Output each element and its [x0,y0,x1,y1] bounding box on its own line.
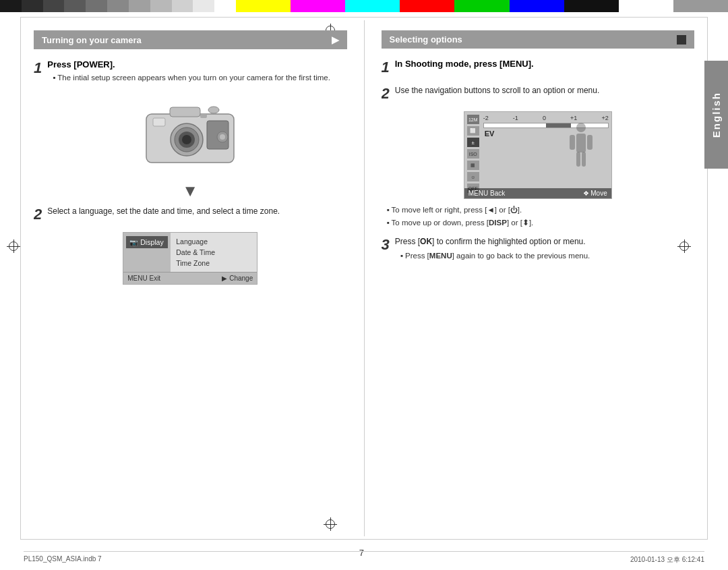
menu-footer-right: ▶ Change [222,275,253,282]
camera-menu-inner: 📷 Display Language Date & Time Time Zone [123,233,257,272]
menu-item-datetime: Date & Time [176,247,251,258]
camera-menu-active-item: 📷 Display [126,236,168,248]
right-header-square [677,35,686,45]
camera-menu-right: Language Date & Time Time Zone [171,233,257,272]
right-step2-text: Use the navigation buttons to scroll to … [395,85,694,96]
camera-menu-left: 📷 Display [123,233,171,272]
step1-bold: POWER [77,59,110,69]
right-section-header: Selecting options [382,30,695,49]
right-step2-content: Use the navigation buttons to scroll to … [395,85,694,99]
svg-point-4 [182,135,191,144]
step1-bullet: The intial setup screen appears when you… [53,72,346,83]
right-step1-bold: MENU [502,59,528,69]
svg-rect-14 [570,135,575,150]
ev-bullet-2: To move up or down, press [DISP] or [⬍]. [387,217,695,228]
svg-rect-6 [153,118,165,126]
step1-block: 1 Press [POWER]. The intial setup screen… [34,59,347,85]
right-step3-text: Press [OK] to confirm the highlighted op… [395,236,694,248]
bottom-left: PL150_QSM_ASIA.indb 7 [24,555,102,565]
bottom-bar: PL150_QSM_ASIA.indb 7 2010-01-13 오후 6:12… [24,551,704,565]
english-sidebar: English [704,61,728,169]
grayscale-bar [0,0,236,12]
down-arrow: ▼ [34,181,347,200]
ev-screen-inner: 12M ⬜ ± ISO ▦ ☺ OFF -2 -1 0 +1 +2 [464,112,611,198]
right-column: Selecting options 1 In Shooting mode, pr… [365,20,705,536]
ev-icon-5: ▦ [467,161,479,170]
svg-rect-11 [200,114,207,118]
camera-svg [136,95,244,169]
person-svg [564,122,598,176]
svg-rect-16 [576,152,580,167]
step1-content: Press [POWER]. The intial setup screen a… [47,59,346,85]
step1-number: 1 [34,61,42,76]
ev-icon-1: 12M [467,115,479,124]
right-step2-number: 2 [382,86,390,101]
camera-illustration [34,95,347,171]
svg-rect-17 [582,152,586,167]
ev-icons: 12M ⬜ ± ISO ▦ ☺ OFF [467,115,479,193]
ev-scale-p2: +2 [601,115,608,121]
svg-rect-13 [576,134,586,152]
svg-rect-15 [587,135,593,150]
bottom-right: 2010-01-13 오후 6:12:41 [630,555,704,565]
columns: Turning on your camera ▶ 1 Press [POWER]… [24,20,704,536]
ev-bottom-left: MENU Back [468,190,505,197]
ev-icon-4: ISO [467,149,479,159]
camera-menu-footer: MENU Exit ▶ Change [123,272,257,284]
step2-block: 2 Select a language, set the date and ti… [34,206,347,222]
menu-item-timezone: Time Zone [176,258,251,268]
step3-menu-bold: MENU [429,252,452,260]
right-step3-content: Press [OK] to confirm the highlighted op… [395,236,694,263]
color-bars-right [236,0,728,12]
right-step3-number: 3 [382,237,390,252]
ev-scale-p1: +1 [570,115,577,121]
right-section-title: Selecting options [390,34,462,45]
menu-footer-left: MENU Exit [127,275,160,282]
ev-screen: 12M ⬜ ± ISO ▦ ☺ OFF -2 -1 0 +1 +2 [464,111,612,199]
step3-ok: OK [420,237,432,246]
left-header-arrow: ▶ [332,34,339,45]
right-step1-block: 1 In Shooting mode, press [MENU]. [382,59,695,75]
svg-rect-5 [170,107,200,117]
camera-menu-display-label: Display [140,238,163,246]
camera-icon-small: 📷 [129,239,138,246]
ev-icon-3: ± [467,138,479,147]
step1-title: Press [POWER]. [47,59,346,69]
ev-person [564,122,598,176]
right-step1-title: In Shooting mode, press [MENU]. [395,59,694,69]
ev-scale-0: 0 [543,115,546,121]
reg-mark-left [7,239,20,253]
right-step1-number: 1 [382,60,390,75]
step2-text: Select a language, set the date and time… [47,206,346,217]
left-section-title: Turning on your camera [42,35,142,45]
ev-icon-2: ⬜ [467,126,479,136]
step2-content: Select a language, set the date and time… [47,206,346,220]
ev-bottom-bar: MENU Back ❖ Move [464,188,611,198]
ev-bottom-right: ❖ Move [583,190,607,197]
svg-point-12 [576,123,586,132]
camera-menu-screenshot: 📷 Display Language Date & Time Time Zone… [123,232,257,285]
ev-icon-6: ☺ [467,172,479,181]
right-step2-block: 2 Use the navigation buttons to scroll t… [382,85,695,101]
right-step3-block: 3 Press [OK] to confirm the highlighted … [382,236,695,263]
ev-bullet-1: To move left or right, press [◄] or [⏻]. [387,204,695,215]
left-column: Turning on your camera ▶ 1 Press [POWER]… [24,20,365,536]
ev-scale: -2 -1 0 +1 +2 [483,115,609,121]
step3-bullet: Press [MENU] again to go back to the pre… [400,250,694,261]
right-step1-content: In Shooting mode, press [MENU]. [395,59,694,72]
svg-point-7 [208,107,219,113]
svg-point-10 [220,134,225,140]
menu-item-language: Language [176,236,251,247]
ev-scale-n1: -1 [513,115,518,121]
left-section-header: Turning on your camera ▶ [34,30,347,49]
step2-number: 2 [34,207,42,222]
english-label: English [710,92,722,138]
ev-scale-n2: -2 [483,115,489,121]
color-bar-top [0,0,728,12]
